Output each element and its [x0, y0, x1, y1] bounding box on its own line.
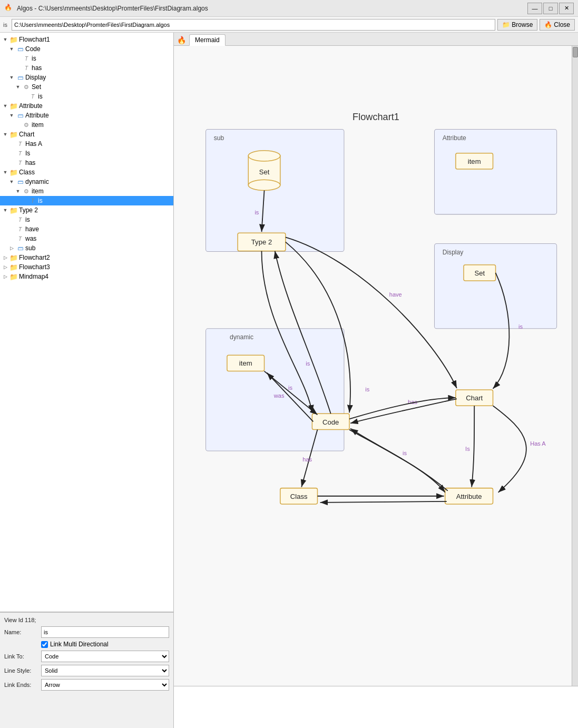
tree-item-chart[interactable]: ▼ 📁 Chart [0, 130, 173, 139]
text-icon: T [28, 196, 37, 205]
link-label-hasA: Has A [530, 440, 546, 447]
table-icon: 🗃 [16, 111, 24, 120]
expand-type2[interactable]: ▼ [2, 207, 8, 213]
tree-label-attribute1: Attribute [19, 102, 43, 110]
link-label-is-code-chart: is [365, 386, 369, 392]
expand-set1[interactable]: ▼ [15, 84, 21, 90]
right-scrollbar[interactable] [572, 46, 578, 686]
tree-item-Is1[interactable]: ▷ T Is [0, 149, 173, 158]
expand-dynamic[interactable]: ▼ [8, 179, 15, 185]
checkbox-row: Link Multi Directional [4, 641, 169, 648]
minimize-button[interactable]: — [527, 3, 542, 14]
link-to-label: Link To: [4, 653, 41, 660]
tree-label-is2: is [38, 93, 43, 100]
expand-attribute1[interactable]: ▼ [2, 103, 8, 109]
subgraph-attribute [435, 129, 557, 214]
link-ends-row: Link Ends: Arrow None Diamond [4, 679, 169, 691]
expand-class[interactable]: ▼ [2, 169, 8, 175]
tree-label-attribute1a: Attribute [25, 112, 49, 119]
tree-item-flowchart1[interactable]: ▼ 📁 Flowchart1 [0, 35, 173, 44]
tree-label-mindmap4: Mindmap4 [19, 273, 48, 280]
tree-item-flowchart3[interactable]: ▷ 📁 Flowchart3 [0, 262, 173, 272]
line-style-select[interactable]: Solid Dashed Dotted [41, 665, 169, 676]
expand-attribute1a[interactable]: ▼ [8, 112, 15, 119]
tree-label-has1: has [32, 64, 42, 72]
expand-item2[interactable]: ▼ [15, 188, 21, 194]
tree-label-is4: is [25, 216, 30, 223]
tree-label-item1: item [32, 121, 44, 129]
link-multi-directional-label: Link Multi Directional [50, 641, 109, 648]
tree-label-hasA: Has A [25, 140, 42, 147]
expand-sub[interactable]: ▷ [8, 245, 15, 251]
expand-flowchart1[interactable]: ▼ [2, 36, 8, 43]
link-to-select[interactable]: Code [41, 651, 169, 662]
view-id-label: View Id 118; [4, 617, 169, 623]
tree-item-hasA[interactable]: ▷ T Has A [0, 139, 173, 149]
tree-label-have: have [25, 225, 39, 233]
link-label-was: was [273, 392, 285, 399]
subgraph-attribute-label: Attribute [443, 134, 466, 142]
diagram-area[interactable]: Flowchart1 sub Attribute Display dynamic [174, 46, 578, 686]
tree-item-display[interactable]: ▼ 🗃 Display [0, 73, 173, 82]
tree-item-code[interactable]: ▼ 🗃 Code [0, 44, 173, 54]
expand-mindmap4[interactable]: ▷ [2, 273, 8, 280]
tree-label-chart: Chart [19, 131, 34, 138]
maximize-button[interactable]: □ [543, 3, 558, 14]
tree-label-was: was [25, 235, 36, 242]
tree-item-attribute1[interactable]: ▼ 📁 Attribute [0, 101, 173, 111]
expand-chart[interactable]: ▼ [2, 131, 8, 137]
tab-flame-icon: 🔥 [177, 36, 186, 44]
browse-button[interactable]: 📁 Browse [497, 19, 537, 31]
line-style-label: Line Style: [4, 667, 41, 674]
folder-icon: 📁 [9, 102, 18, 110]
table-icon: 🗃 [16, 244, 24, 252]
window-close-button[interactable]: ✕ [559, 3, 574, 14]
link-multi-directional-checkbox[interactable] [41, 641, 48, 648]
tree-item-dynamic[interactable]: ▼ 🗃 dynamic [0, 177, 173, 186]
tree-item-is4[interactable]: ▷ T is [0, 215, 173, 224]
tree-item-was[interactable]: ▷ T was [0, 234, 173, 243]
tree-item-has1[interactable]: ▷ T has [0, 63, 173, 73]
flame-icon: 🔥 [544, 21, 552, 28]
address-input[interactable] [12, 19, 495, 31]
arrow-code-attribute-is [349, 430, 445, 493]
subgraph-display [435, 243, 557, 328]
tree-label-code: Code [25, 45, 41, 53]
link-label-is2: is [306, 361, 310, 367]
tree-item-mindmap4[interactable]: ▷ 📁 Mindmap4 [0, 272, 173, 281]
tree-item-is2[interactable]: ▷ T is [0, 92, 173, 101]
expand-flowchart3[interactable]: ▷ [2, 264, 8, 270]
tree-item-flowchart2[interactable]: ▷ 📁 Flowchart2 [0, 253, 173, 262]
tree-item-have[interactable]: ▷ T have [0, 224, 173, 234]
name-input[interactable] [41, 626, 169, 638]
expand-display[interactable]: ▼ [8, 74, 15, 81]
tree-item-is1[interactable]: ▷ T is [0, 54, 173, 63]
link-label-Is: Is [465, 446, 470, 452]
scrollbar-thumb[interactable] [573, 47, 578, 57]
expand-code[interactable]: ▼ [8, 46, 15, 52]
close-file-button[interactable]: 🔥 Close [540, 19, 575, 31]
set-node-bottom [248, 180, 280, 190]
text-icon: T [22, 64, 31, 72]
arrow-attribute-class [320, 501, 447, 503]
tree-item-has2[interactable]: ▷ T has [0, 158, 173, 168]
tree-label-flowchart3: Flowchart3 [19, 263, 50, 271]
text-icon: T [16, 215, 24, 224]
tree-item-is3[interactable]: ▷ T is [0, 196, 173, 205]
tree-item-item2[interactable]: ▼ ⚙ item [0, 186, 173, 196]
link-to-row: Link To: Code [4, 651, 169, 662]
tree-area[interactable]: ▼ 📁 Flowchart1 ▼ 🗃 Code ▷ T is ▷ [0, 33, 173, 612]
right-panel: 🔥 Mermaid Flowchart1 sub Attribute [174, 33, 578, 728]
arrow-chart-attribute-hasA [493, 406, 526, 493]
tree-item-item1[interactable]: ▷ ⚙ item [0, 120, 173, 130]
tab-mermaid[interactable]: Mermaid [189, 34, 226, 46]
tree-label-type2: Type 2 [19, 206, 38, 214]
tree-item-class[interactable]: ▼ 📁 Class [0, 168, 173, 177]
tree-item-attribute1a[interactable]: ▼ 🗃 Attribute [0, 111, 173, 120]
expand-flowchart2[interactable]: ▷ [2, 254, 8, 261]
link-ends-select[interactable]: Arrow None Diamond [41, 679, 169, 691]
tree-item-set1[interactable]: ▼ ⚙ Set [0, 82, 173, 92]
text-icon: T [16, 234, 24, 243]
tree-item-type2[interactable]: ▼ 📁 Type 2 [0, 205, 173, 215]
tree-item-sub[interactable]: ▷ 🗃 sub [0, 243, 173, 253]
